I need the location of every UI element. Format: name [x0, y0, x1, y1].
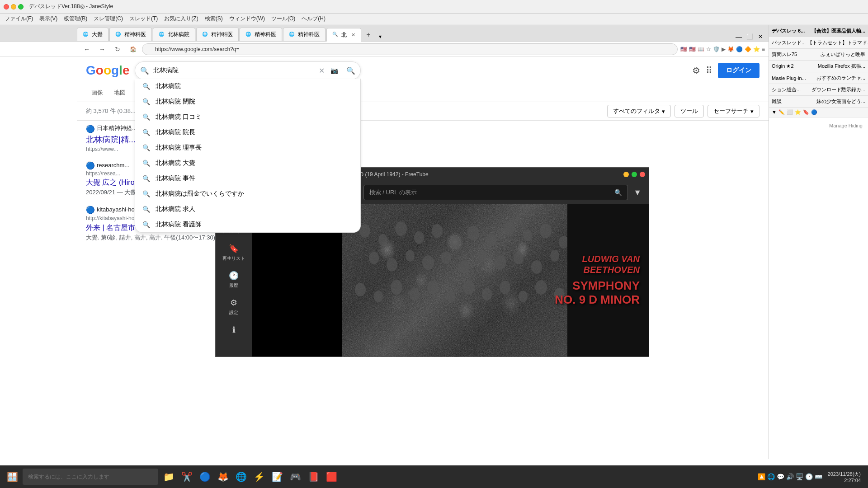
apps-icon[interactable]: ⠿ — [706, 65, 712, 76]
freetube-filter-button[interactable]: ▼ — [633, 188, 642, 197]
rs-item-6[interactable]: 雑談 妹の少女漫画をどう... — [769, 96, 868, 108]
taskbar-gaming[interactable]: 🎮 — [287, 468, 304, 485]
menu-favorites[interactable]: お気に入り(Z) — [161, 14, 201, 23]
menu-icon[interactable]: ≡ — [762, 46, 765, 52]
tab-psych2[interactable]: 🌐 精神科医 — [196, 28, 239, 41]
taskbar-app1[interactable]: 🔵 — [196, 468, 213, 485]
tools-btn[interactable]: ツール — [675, 105, 704, 117]
tab-psych1[interactable]: 🌐 精神科医 — [109, 28, 152, 41]
ac-item-5[interactable]: 🔍 北林病院 理事長 — [135, 140, 360, 155]
menu-search[interactable]: 検索(S) — [202, 14, 226, 23]
ft-sidebar-playlist[interactable]: 🔖 再生リスト — [216, 239, 252, 266]
svg-point-1 — [359, 224, 370, 238]
addon-icon-1[interactable]: 🛡️ — [713, 46, 720, 52]
svg-point-38 — [535, 280, 547, 295]
taskbar-browser2[interactable]: 🌐 — [232, 468, 250, 485]
menu-file[interactable]: ファイル(F) — [2, 14, 36, 23]
reader-icon[interactable]: 📖 — [698, 46, 704, 52]
ft-sidebar-history[interactable]: 🕐 履歴 — [216, 266, 252, 293]
tab-psych3[interactable]: 🌐 精神科医 — [240, 28, 282, 41]
menu-window[interactable]: ウィンドウ(W) — [226, 14, 268, 23]
tab-maps[interactable]: 地図 — [108, 85, 131, 102]
tab-hospital1[interactable]: 🌐 北林病院 — [153, 28, 195, 41]
google-logo: Google — [86, 63, 129, 78]
ft-overlay-line2: BEETHOVEN — [555, 264, 640, 275]
menu-thread[interactable]: スレッド(T) — [127, 14, 160, 23]
rs-item-2[interactable]: 質問スレ75 ふぇいぱりっと晩畢 — [769, 49, 868, 61]
camera-search-icon[interactable]: 📷 — [330, 67, 338, 74]
taskbar-pdf[interactable]: 📕 — [305, 468, 322, 485]
settings-icon[interactable]: ⚙ — [692, 65, 700, 76]
minimize-button[interactable] — [11, 4, 16, 9]
tab-kita-active[interactable]: 🔍 北 ✕ — [326, 28, 361, 42]
login-button[interactable]: ログイン — [718, 63, 760, 78]
browser-max-button[interactable]: ⬜ — [745, 32, 754, 41]
tab-images[interactable]: 画像 — [86, 85, 108, 102]
svg-rect-0 — [342, 204, 567, 357]
ft-sidebar-settings[interactable]: ⚙ 設定 — [216, 293, 252, 320]
lang-icon-2[interactable]: 🇺🇸 — [689, 46, 696, 52]
ac-item-1[interactable]: 🔍 北林病院 — [135, 79, 360, 94]
addon-icon-6[interactable]: ⭐ — [753, 46, 760, 52]
ac-item-7[interactable]: 🔍 北林病院 事件 — [135, 171, 360, 186]
bookmark-star-icon[interactable]: ☆ — [706, 46, 711, 52]
reload-button[interactable]: ↻ — [111, 43, 124, 56]
search-icon: 🔍 — [142, 221, 150, 228]
freetube-search-button[interactable]: 🔍 — [614, 189, 622, 196]
search-clear-icon[interactable]: ✕ — [319, 66, 325, 75]
search-submit-icon[interactable]: 🔍 — [346, 66, 355, 75]
tab-overflow-button[interactable]: ▾ — [376, 32, 385, 41]
taskbar-app3[interactable]: 🟥 — [323, 468, 340, 485]
menu-view[interactable]: 表示(V) — [37, 14, 60, 23]
ac-item-4[interactable]: 🔍 北林病院 院長 — [135, 125, 360, 140]
addon-icon-3[interactable]: 🦊 — [727, 46, 734, 52]
rs-item-4[interactable]: Masie Plug-in... おすすめのランチャ... — [769, 72, 868, 84]
addon-icon-2[interactable]: ▶ — [722, 46, 726, 52]
google-search-input[interactable] — [135, 61, 361, 80]
rs-item-3[interactable]: Origin ★2 Mozilla Firefox 拡張... — [769, 61, 868, 72]
tab-close-btn[interactable]: ✕ — [351, 32, 355, 38]
ac-item-10[interactable]: 🔍 北林病院 看護師 — [135, 217, 360, 232]
tab-ooku[interactable]: 🌐 大覺 — [77, 28, 108, 41]
taskbar-firefox[interactable]: 🦊 — [214, 468, 231, 485]
rs-item-5[interactable]: ション総合... ダウンロード黙示録カ... — [769, 84, 868, 96]
ac-item-9[interactable]: 🔍 北林病院 求人 — [135, 202, 360, 217]
menu-thread-mgmt[interactable]: スレ管理(C) — [91, 14, 126, 23]
taskbar-explorer[interactable]: 📁 — [160, 468, 177, 485]
back-button[interactable]: ← — [80, 43, 93, 56]
ft-minimize-button[interactable] — [623, 172, 629, 177]
addon-icon-4[interactable]: 🔵 — [736, 46, 743, 52]
close-button[interactable] — [4, 4, 9, 9]
taskbar-notes[interactable]: 📝 — [269, 468, 286, 485]
forward-button[interactable]: → — [96, 43, 108, 56]
menu-help[interactable]: ヘルプ(H) — [299, 14, 328, 23]
ft-close-button[interactable] — [640, 172, 645, 177]
home-button[interactable]: 🏠 — [127, 43, 139, 56]
new-tab-button[interactable]: + — [362, 28, 375, 41]
taskbar-scissors[interactable]: ✂️ — [178, 468, 195, 485]
ac-item-6[interactable]: 🔍 北林病院 大覺 — [135, 155, 360, 171]
ft-maximize-button[interactable] — [632, 172, 637, 177]
ft-overlay-text: LUDWIG VAN BEETHOVEN SYMPHONY NO. 9 D MI… — [555, 253, 640, 307]
ac-item-2[interactable]: 🔍 北林病院 閉院 — [135, 94, 360, 109]
maximize-button[interactable] — [18, 4, 24, 9]
start-button[interactable]: 🪟 — [4, 468, 21, 485]
lang-icon-1[interactable]: 🇺🇸 — [680, 46, 687, 52]
browser-close-button[interactable]: ✕ — [756, 32, 765, 41]
address-bar[interactable] — [142, 43, 678, 55]
taskbar-tray-icons: 🔼 🌐 💬 🔊 🖥️ 🕐 ⌨️ — [758, 473, 822, 480]
rs-item-1[interactable]: バッスレッド... 【トラムセット】トラマド... — [769, 37, 868, 49]
ft-sidebar-info[interactable]: ℹ — [216, 320, 252, 339]
all-filters-btn[interactable]: すべてのフィルタ ▾ — [607, 105, 671, 117]
taskbar-app2[interactable]: ⚡ — [250, 468, 268, 485]
addon-icon-5[interactable]: 🔶 — [745, 46, 751, 52]
safe-search-btn[interactable]: セーフサーチ ▾ — [708, 105, 760, 117]
menu-tools[interactable]: ツール(O) — [269, 14, 298, 23]
taskbar-search[interactable] — [23, 469, 158, 485]
ac-item-8[interactable]: 🔍 北林病院は罰金でいくらですか — [135, 186, 360, 202]
menu-board[interactable]: 板管理(B) — [61, 14, 90, 23]
ac-item-3[interactable]: 🔍 北林病院 口コミ — [135, 109, 360, 125]
history-icon: 🕐 — [229, 271, 239, 281]
browser-min-button[interactable]: — — [734, 32, 743, 41]
tab-psych4[interactable]: 🌐 精神科医 — [283, 28, 326, 41]
